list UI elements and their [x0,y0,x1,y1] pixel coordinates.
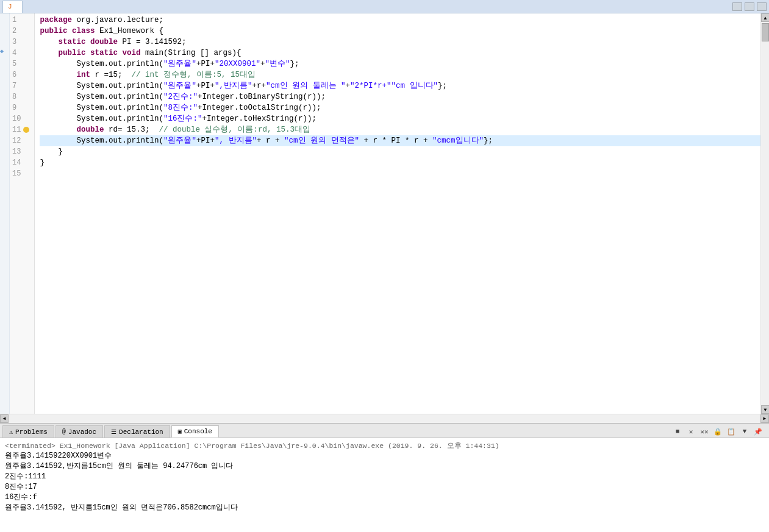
editor-container: ◆ 123456789101112131415 package org.java… [0,13,769,414]
code-token: "원주율" [163,135,196,146]
code-line-13: } [40,146,760,157]
line-number-15: 15 [12,168,29,179]
horizontal-scrollbar: ◀ ▶ [0,414,769,422]
remove-all-button[interactable]: ✕✕ [698,425,710,438]
code-token [40,124,76,135]
minimize-button[interactable] [732,2,742,11]
code-line-11: double rd= 15.3; // double 실수형, 이름:rd, 1… [40,124,760,135]
code-token: ",반지름" [215,80,252,91]
close-console-button[interactable]: ✕ [685,425,697,438]
code-line-4: public static void main(String [] args){ [40,48,760,59]
close-button[interactable] [757,2,767,11]
line-number-10: 10 [12,113,29,124]
bottom-tab-bar: ⚠Problems@Javadoc☰Declaration▣Console ■✕… [0,424,769,438]
code-token [40,48,58,59]
hscroll-left-button[interactable]: ◀ [0,414,9,423]
bottom-tab-console[interactable]: ▣Console [171,425,219,438]
code-token: } [40,146,63,157]
code-token: }; [438,80,447,91]
line-number-6: 6 [12,69,29,80]
code-token: "cm인 원의 면적은" [284,135,359,146]
vertical-scrollbar[interactable]: ▲ ▼ [760,13,769,414]
code-token: System. [40,113,109,124]
breakpoint-marker-4[interactable]: ◆ [0,48,4,55]
line-number-8: 8 [12,91,29,102]
bottom-tab-label-declaration: Declaration [119,428,163,436]
code-token: +Integer. [202,113,243,124]
restore-button[interactable] [745,2,754,11]
scroll-track [761,22,769,405]
bottom-tab-group: ⚠Problems@Javadoc☰Declaration▣Console [2,425,219,438]
bottom-tab-javadoc[interactable]: @Javadoc [55,425,103,438]
code-token: .println( [122,113,163,124]
code-token: PI = 3.141592; [122,37,186,48]
bottom-panel: ⚠Problems@Javadoc☰Declaration▣Console ■✕… [0,422,769,532]
console-output-line-0: 원주율3.14159220XX0901변수 [5,451,764,461]
code-token: double [76,124,109,135]
code-area[interactable]: package org.javaro.lecture;public class … [35,13,760,414]
console-output-line-4: 16진수:f [5,492,764,503]
scroll-down-button[interactable]: ▼ [761,405,769,414]
code-token: ", 반지름" [215,135,257,146]
code-token: System. [40,80,109,91]
pin-button[interactable]: 📌 [752,425,764,438]
code-token: out [109,135,123,146]
code-token: "20XX0901" [215,59,260,69]
stop-button[interactable]: ■ [671,425,684,438]
code-token: Ex1_Homework { [99,26,163,37]
code-token: "2진수:" [163,91,198,102]
bottom-tab-icon-javadoc: @ [62,428,66,435]
code-token: + r + [257,135,284,146]
code-token: "변수" [265,59,290,69]
console-content: <terminated> Ex1_Homework [Java Applicat… [0,438,769,532]
bottom-tab-icon-problems: ⚠ [9,428,13,436]
bottom-tab-label-problems: Problems [15,428,48,436]
code-token: int [76,69,95,80]
console-terminated-line: <terminated> Ex1_Homework [Java Applicat… [5,441,764,451]
code-token: out [109,80,123,91]
code-token: // int 정수형, 이름:5, 15대입 [131,69,256,80]
code-line-7: System.out.println("원주율"+PI+",반지름"+r+"cm… [40,80,760,91]
code-line-2: public class Ex1_Homework { [40,26,760,37]
code-token: r =15; [95,69,131,80]
code-token: org.javaro.lecture; [76,15,163,26]
line-number-2: 2 [12,26,29,37]
console-output-line-2: 2진수:1111 [5,472,764,482]
new-console-button[interactable]: 📋 [725,425,737,438]
editor-tab[interactable]: J [2,1,23,13]
code-token: +Integer. [198,91,239,102]
bottom-tab-problems[interactable]: ⚠Problems [2,425,54,438]
warning-marker-11 [23,127,29,133]
code-token [40,69,76,80]
hscroll-right-button[interactable]: ▶ [760,414,769,423]
code-token: "8진수:" [163,102,198,113]
code-token: } [40,157,45,168]
bottom-tab-label-javadoc: Javadoc [68,428,96,436]
view-menu-button[interactable]: ▼ [739,425,751,438]
code-token: .println( [122,91,163,102]
code-token: "cm인 원의 둘레는 " [266,80,346,91]
line-number-7: 7 [12,80,29,91]
code-token: "2*PI*r+" [350,80,392,91]
code-token: package [40,15,76,26]
code-token: +PI+ [196,80,215,91]
code-token: System. [40,59,109,69]
bottom-tab-label-console: Console [184,428,212,435]
code-line-6: int r =15; // int 정수형, 이름:5, 15대입 [40,69,760,80]
window-controls [732,2,767,11]
line-number-1: 1 [12,15,29,26]
code-token: "원주율" [163,80,196,91]
code-token: + [346,80,351,91]
scroll-thumb[interactable] [762,23,769,41]
bottom-tab-declaration[interactable]: ☰Declaration [104,425,170,438]
scroll-up-button[interactable]: ▲ [761,13,769,22]
code-token: System. [40,135,109,146]
editor-tab-area: J [2,1,23,13]
code-line-1: package org.javaro.lecture; [40,15,760,26]
scroll-lock-button[interactable]: 🔒 [712,425,724,438]
code-token: toHexString [243,113,294,124]
line-number-4: 4 [12,48,29,59]
code-line-5: System.out.println("원주율"+PI+"20XX0901"+"… [40,59,760,69]
code-token: + [260,59,265,69]
console-output-line-5: 원주율3.141592, 반지름15cm인 원의 면적은706.8582cmcm… [5,503,764,513]
